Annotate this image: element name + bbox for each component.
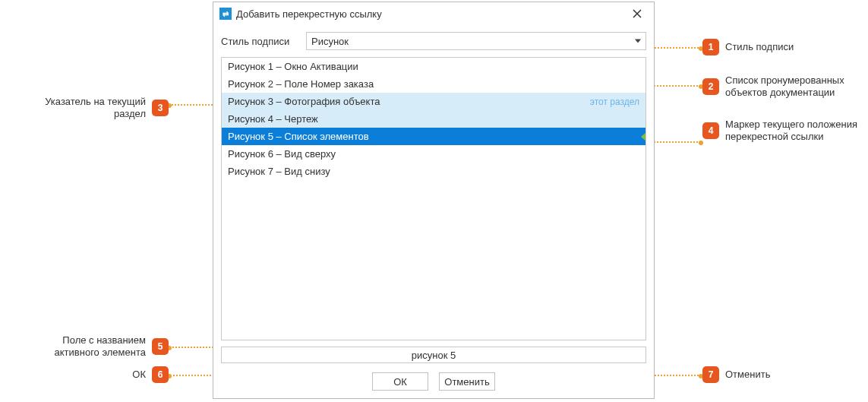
callout-badge: 2 xyxy=(702,78,719,95)
list-item-label: Рисунок 3 – Фотография объекта xyxy=(228,96,380,107)
caption-style-select[interactable]: Рисунок xyxy=(306,32,646,50)
callout-badge: 1 xyxy=(702,39,719,55)
list-item-selected[interactable]: Рисунок 5 – Список элементов xyxy=(222,128,645,145)
list-item-label: Рисунок 4 – Чертеж xyxy=(228,113,318,125)
callout-1: 1 Стиль подписи xyxy=(702,39,794,55)
titlebar: ⇄ Добавить перекрестную ссылку xyxy=(213,2,654,25)
section-tag: этот раздел xyxy=(590,97,639,107)
list-item-label: Рисунок 5 – Список элементов xyxy=(228,131,369,142)
list-item-current-section[interactable]: Рисунок 3 – Фотография объекта этот разд… xyxy=(222,93,645,110)
list-item[interactable]: Рисунок 4 – Чертеж xyxy=(222,110,645,128)
callout-5: 5 Поле с названием активного элемента xyxy=(17,334,169,359)
caption-style-row: Стиль подписи Рисунок xyxy=(221,31,646,51)
close-icon xyxy=(633,9,642,18)
active-element-value: рисунок 5 xyxy=(412,350,456,361)
callout-4: 4 Маркер текущего положения перекрестной… xyxy=(702,119,868,144)
callout-badge: 7 xyxy=(702,366,719,383)
caption-style-value: Рисунок xyxy=(311,36,349,47)
callout-text: Указатель на текущий раздел xyxy=(17,96,146,121)
callout-7: 7 Отменить xyxy=(702,366,770,383)
cancel-button[interactable]: Отменить xyxy=(439,372,495,391)
callout-text: Стиль подписи xyxy=(725,41,794,53)
callout-text: Поле с названием активного элемента xyxy=(17,334,146,359)
callout-6: 6 ОК xyxy=(17,366,169,383)
callout-badge: 6 xyxy=(152,366,169,383)
list-item[interactable]: Рисунок 7 – Вид снизу xyxy=(222,163,645,180)
list-item-label: Рисунок 2 – Поле Номер заказа xyxy=(228,78,374,90)
callout-2: 2 Список пронумерованных объектов докуме… xyxy=(702,74,868,100)
ok-button[interactable]: ОК xyxy=(372,372,428,391)
callout-text: Список пронумерованных объектов документ… xyxy=(725,74,868,100)
cancel-label: Отменить xyxy=(444,376,489,388)
list-item[interactable]: Рисунок 1 – Окно Активации xyxy=(222,58,645,75)
position-marker-icon xyxy=(641,132,646,141)
dialog-title: Добавить перекрестную ссылку xyxy=(236,8,622,20)
list-item[interactable]: Рисунок 2 – Поле Номер заказа xyxy=(222,75,645,93)
callout-text: Маркер текущего положения перекрестной с… xyxy=(725,119,868,144)
list-item-label: Рисунок 1 – Окно Активации xyxy=(228,61,358,72)
list-item-label: Рисунок 7 – Вид снизу xyxy=(228,166,330,177)
caption-style-label: Стиль подписи xyxy=(221,36,297,47)
list-item[interactable]: Рисунок 6 – Вид сверху xyxy=(222,145,645,163)
chevron-down-icon xyxy=(635,40,641,43)
ok-label: ОК xyxy=(393,376,407,388)
cross-reference-dialog: ⇄ Добавить перекрестную ссылку Стиль под… xyxy=(213,2,655,399)
callout-text: Отменить xyxy=(725,369,770,381)
callout-text: ОК xyxy=(132,369,146,381)
callout-badge: 4 xyxy=(702,122,719,139)
callout-badge: 5 xyxy=(152,338,169,355)
callout-badge: 3 xyxy=(152,100,169,116)
list-item-label: Рисунок 6 – Вид сверху xyxy=(228,148,336,160)
button-row: ОК Отменить xyxy=(221,369,646,391)
object-listbox[interactable]: Рисунок 1 – Окно Активации Рисунок 2 – П… xyxy=(221,57,646,340)
close-button[interactable] xyxy=(627,5,648,22)
callout-3: 3 Указатель на текущий раздел xyxy=(17,96,169,121)
app-icon: ⇄ xyxy=(219,8,232,20)
active-element-field[interactable]: рисунок 5 xyxy=(221,347,646,363)
